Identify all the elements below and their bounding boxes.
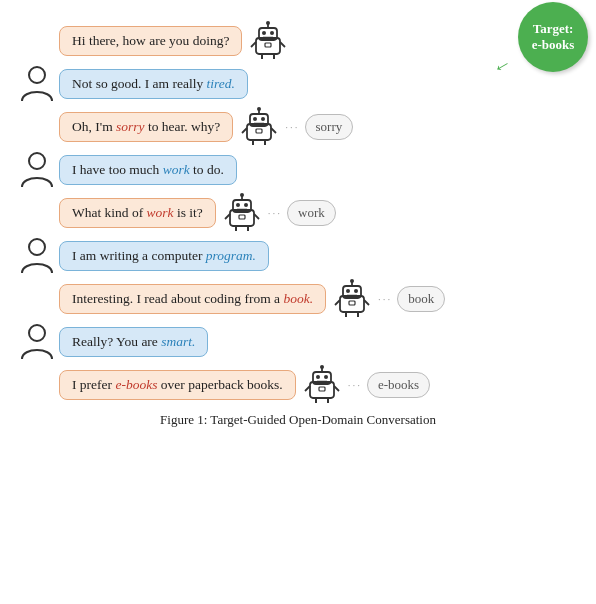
bot-bubble-2: Oh, I'm sorry to hear. why? — [59, 112, 233, 142]
svg-point-29 — [240, 193, 244, 197]
svg-point-55 — [320, 365, 324, 369]
svg-rect-37 — [239, 215, 245, 219]
person-icon — [20, 151, 54, 189]
person-icon — [20, 323, 54, 361]
thought-cloud-8: e-books — [367, 372, 430, 398]
robot-icon-2 — [238, 106, 280, 148]
svg-point-43 — [346, 289, 350, 293]
robot-icon-4 — [221, 192, 263, 234]
svg-point-57 — [324, 375, 328, 379]
svg-rect-24 — [256, 129, 262, 133]
svg-point-51 — [29, 325, 45, 341]
user-bubble-3: I have too much work to do. — [59, 155, 237, 185]
target-badge: Target: e-books — [518, 2, 588, 72]
svg-point-4 — [262, 31, 266, 35]
bot-bubble-8: I prefer e-books over paperback books. — [59, 370, 296, 400]
target-label: Target: — [533, 21, 574, 37]
bot-bubble-6: Interesting. I read about coding from a … — [59, 284, 326, 314]
person-icon — [20, 237, 54, 275]
figure-caption: Figure 1: Target-Guided Open-Domain Conv… — [20, 412, 576, 428]
chat-row-0: Hi there, how are you doing? — [20, 20, 576, 62]
svg-point-38 — [29, 239, 45, 255]
chat-row-5: I am writing a computer program. — [20, 237, 576, 275]
user-bubble-1: Not so good. I am really tired. — [59, 69, 248, 99]
svg-point-17 — [253, 117, 257, 121]
robot-icon-6 — [331, 278, 373, 320]
person-icon — [20, 65, 54, 103]
thought-dots-2: ··· — [285, 121, 299, 133]
main-container: Target: e-books Hi there, how are you do… — [0, 0, 596, 433]
chat-row-8: I prefer e-books over paperback books. ·… — [20, 364, 576, 406]
chat-row-2: Oh, I'm sorry to hear. why? ···sorry — [20, 106, 576, 148]
bot-bubble-0: Hi there, how are you doing? — [59, 26, 242, 56]
chat-row-3: I have too much work to do. — [20, 151, 576, 189]
svg-point-16 — [257, 107, 261, 111]
svg-rect-63 — [319, 387, 325, 391]
svg-point-44 — [354, 289, 358, 293]
target-value: e-books — [532, 37, 575, 53]
svg-point-3 — [266, 21, 270, 25]
chat-row-6: Interesting. I read about coding from a … — [20, 278, 576, 320]
robot-icon-0 — [247, 20, 289, 62]
svg-point-30 — [236, 203, 240, 207]
thought-cloud-6: book — [397, 286, 445, 312]
svg-rect-50 — [349, 301, 355, 305]
user-bubble-7: Really? You are smart. — [59, 327, 208, 357]
thought-dots-8: ··· — [348, 379, 362, 391]
svg-point-5 — [270, 31, 274, 35]
thought-dots-4: ··· — [268, 207, 282, 219]
thought-cloud-4: work — [287, 200, 336, 226]
robot-icon-8 — [301, 364, 343, 406]
svg-point-31 — [244, 203, 248, 207]
user-bubble-5: I am writing a computer program. — [59, 241, 269, 271]
thought-dots-6: ··· — [378, 293, 392, 305]
chat-row-7: Really? You are smart. — [20, 323, 576, 361]
thought-cloud-2: sorry — [305, 114, 354, 140]
chat-row-4: What kind of work is it? ···work — [20, 192, 576, 234]
conversation-area: Hi there, how are you doing? Not so g — [20, 20, 576, 406]
svg-rect-11 — [265, 43, 271, 47]
bot-bubble-4: What kind of work is it? — [59, 198, 216, 228]
svg-point-56 — [316, 375, 320, 379]
svg-point-25 — [29, 153, 45, 169]
svg-point-42 — [350, 279, 354, 283]
svg-point-12 — [29, 67, 45, 83]
svg-point-18 — [261, 117, 265, 121]
